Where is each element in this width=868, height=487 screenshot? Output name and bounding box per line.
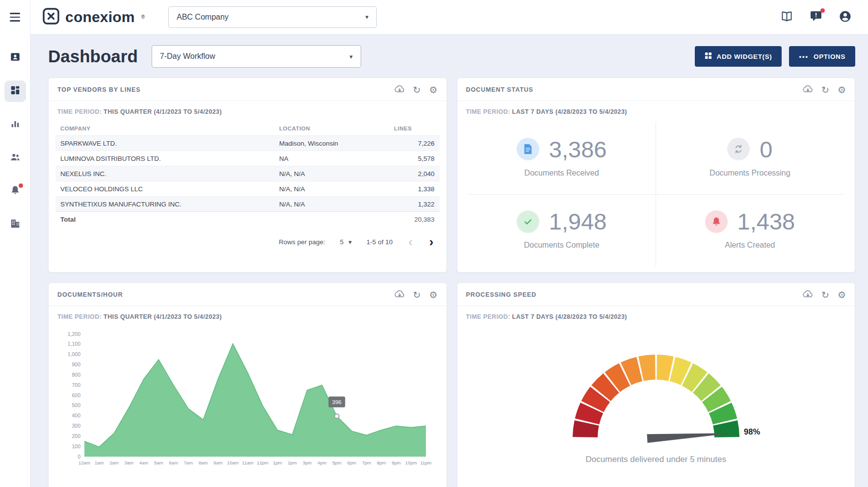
export-button[interactable] xyxy=(803,84,813,95)
refresh-icon: ↻ xyxy=(413,290,421,300)
logo-wordmark: conexiom xyxy=(65,9,135,26)
table-row[interactable]: SPARKWAVE LTD. Madison, Wisconsin 7,226 xyxy=(55,136,440,151)
x-tick-label: 3am xyxy=(125,460,134,465)
settings-button[interactable]: ⚙ xyxy=(429,290,437,300)
widgets-grid: TOP VENDORS BY LINES ↻ ⚙ TIME PERIOD: TH… xyxy=(48,77,855,487)
sidebar-item-contacts[interactable] xyxy=(4,47,26,69)
content: Dashboard 7-Day Workflow ▾ ADD WIDGET(S)… xyxy=(30,34,868,487)
sidebar-item-reports[interactable] xyxy=(4,114,26,135)
x-tick-label: 2am xyxy=(110,460,119,465)
alert-bell-icon xyxy=(705,210,728,233)
x-tick-label: 8pm xyxy=(377,460,386,465)
sidebar-item-company[interactable] xyxy=(4,214,26,235)
vendors-table: COMPANY LOCATION LINES SPARKWAVE LTD. Ma… xyxy=(55,121,440,227)
pagination: Rows per page: 5 ▾ 1-5 of 10 ‹ › xyxy=(49,227,447,248)
stat-label: Documents Complete xyxy=(524,241,600,250)
knowledge-base-button[interactable] xyxy=(779,9,795,25)
options-button[interactable]: ••• OPTIONS xyxy=(789,46,855,67)
sidebar xyxy=(0,0,30,487)
main-column: conexiom ® ABC Company ▾ xyxy=(30,0,868,487)
gauge-needle xyxy=(647,433,733,443)
y-tick-label: 1,100 xyxy=(68,341,80,347)
add-widgets-button[interactable]: ADD WIDGET(S) xyxy=(695,46,782,67)
workflow-selector[interactable]: 7-Day Workflow ▾ xyxy=(152,45,361,68)
check-icon xyxy=(517,210,539,233)
bar-chart-icon xyxy=(10,118,21,131)
company-selector[interactable]: ABC Company ▾ xyxy=(168,6,377,28)
topbar: conexiom ® ABC Company ▾ xyxy=(30,0,868,34)
y-tick-label: 700 xyxy=(72,382,81,388)
feedback-icon xyxy=(810,11,822,23)
grid-icon xyxy=(705,52,712,61)
refresh-button[interactable]: ↻ xyxy=(413,85,421,95)
sidebar-nav xyxy=(4,41,26,241)
sidebar-item-users[interactable] xyxy=(4,147,26,169)
dots-icon: ••• xyxy=(799,53,809,60)
x-tick-label: 4am xyxy=(139,460,149,465)
prev-page-button[interactable]: ‹ xyxy=(407,235,414,248)
stat-alerts-created: 1,438 Alerts Created xyxy=(656,195,844,267)
column-header-lines[interactable]: LINES xyxy=(389,121,439,136)
total-value: 20,383 xyxy=(389,212,439,227)
x-tick-label: 9am xyxy=(213,460,223,465)
account-button[interactable] xyxy=(837,8,853,26)
settings-button[interactable]: ⚙ xyxy=(838,85,846,95)
table-row[interactable]: NEXELUS INC. N/A, N/A 2,040 xyxy=(55,166,440,181)
export-button[interactable] xyxy=(803,289,813,300)
feedback-button[interactable] xyxy=(809,9,823,25)
table-total-row: Total 20,383 xyxy=(55,212,440,227)
refresh-button[interactable]: ↻ xyxy=(821,290,829,300)
notification-dot xyxy=(820,8,825,13)
rows-per-page-select[interactable]: 5 ▾ xyxy=(340,238,352,246)
y-tick-label: 600 xyxy=(72,392,81,398)
y-tick-label: 200 xyxy=(72,433,81,439)
export-button[interactable] xyxy=(395,289,405,300)
chevron-down-icon: ▾ xyxy=(349,53,353,60)
conexiom-logo-mark-icon xyxy=(42,7,60,27)
refresh-button[interactable]: ↻ xyxy=(821,85,829,95)
page-title: Dashboard xyxy=(48,47,138,66)
settings-button[interactable]: ⚙ xyxy=(838,290,846,300)
book-icon xyxy=(780,11,793,24)
gauge-value-label: 98% xyxy=(744,427,760,436)
documents-hour-chart: 01002003004005006007008009001,0001,1001,… xyxy=(61,325,434,472)
notification-dot xyxy=(19,183,23,188)
column-header-location[interactable]: LOCATION xyxy=(274,121,389,136)
table-row[interactable]: VELOCEO HOLDINGS LLC N/A, N/A 1,338 xyxy=(55,181,440,197)
widget-title: TOP VENDORS BY LINES xyxy=(57,86,140,93)
conexiom-logo: conexiom ® xyxy=(42,7,145,27)
column-header-company[interactable]: COMPANY xyxy=(55,121,274,136)
x-tick-label: 6am xyxy=(169,460,179,465)
chevron-down-icon: ▾ xyxy=(348,238,352,246)
account-icon xyxy=(839,10,852,25)
pagination-range: 1-5 of 10 xyxy=(367,238,393,246)
x-tick-label: 4pm xyxy=(317,460,327,465)
x-tick-label: 5pm xyxy=(332,460,342,465)
sidebar-item-notifications[interactable] xyxy=(4,180,26,202)
x-tick-label: 12pm xyxy=(257,460,268,465)
menu-toggle-button[interactable] xyxy=(5,0,25,34)
app-root: conexiom ® ABC Company ▾ xyxy=(0,0,868,487)
x-tick-label: 11am xyxy=(242,460,254,465)
cloud-download-icon xyxy=(395,84,405,95)
refresh-button[interactable]: ↻ xyxy=(413,290,421,300)
x-tick-label: 10pm xyxy=(405,460,417,465)
stat-value: 3,386 xyxy=(549,136,607,163)
sidebar-item-dashboard[interactable] xyxy=(4,80,26,102)
next-page-button[interactable]: › xyxy=(428,235,435,248)
header-actions: ADD WIDGET(S) ••• OPTIONS xyxy=(695,46,855,67)
x-tick-label: 9pm xyxy=(392,460,401,465)
settings-button[interactable]: ⚙ xyxy=(429,85,437,95)
table-row[interactable]: LUMINOVA DSITRIBUTORS LTD. NA 5,578 xyxy=(55,151,440,166)
table-row[interactable]: SYNTHETIXUS MANUFACTURING INC. N/A, N/A … xyxy=(55,197,440,212)
stat-value: 0 xyxy=(760,136,772,163)
time-period-value: LAST 7 DAYS (4/28/2023 TO 5/4/2023) xyxy=(512,108,627,115)
gauge-caption: Documents delivered under 5 minutes xyxy=(586,455,726,464)
svg-text:396: 396 xyxy=(332,399,342,405)
chart-point[interactable] xyxy=(335,414,339,418)
menu-icon xyxy=(10,13,20,14)
x-tick-label: 10am xyxy=(227,460,239,465)
widget-title: PROCESSING SPEED xyxy=(466,291,537,298)
export-button[interactable] xyxy=(395,84,405,95)
status-grid: 3,386 Documents Received 0 Docum xyxy=(468,122,844,266)
